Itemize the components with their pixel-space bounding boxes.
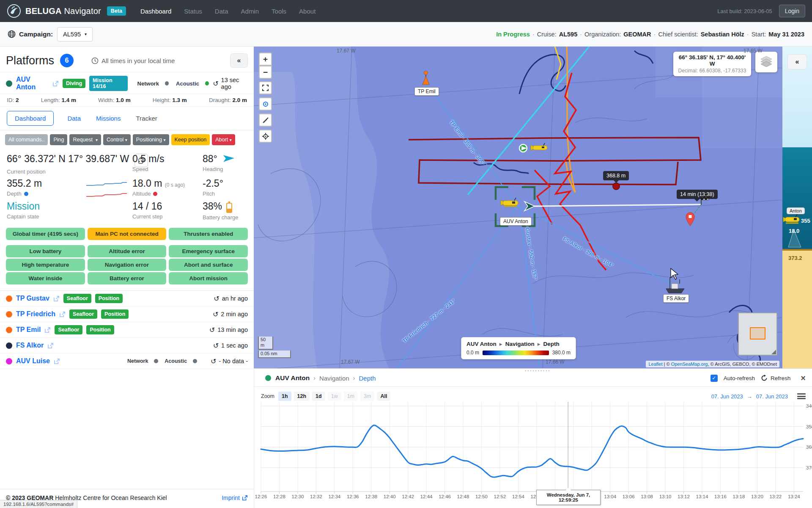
command-toolbar: All commands.. Ping Request ▾ Control ▾ …: [0, 130, 254, 149]
edit-icon[interactable]: [59, 311, 66, 318]
tab-missions[interactable]: Missions: [94, 111, 122, 125]
positioning-dropdown-button[interactable]: Positioning ▾: [133, 134, 169, 145]
follow-vehicle-button[interactable]: [259, 130, 272, 143]
history-icon: ↺: [214, 295, 219, 303]
flag-navigation-error[interactable]: Navigation error: [88, 259, 167, 271]
map-canvas[interactable]: + − 66° 36.185' N, 17° 40.400' W Decimal…: [254, 47, 782, 368]
eta-badge: 14 min (13:38): [677, 190, 718, 199]
platform-link[interactable]: TP Emil: [16, 326, 41, 334]
nav-item-about[interactable]: About: [299, 8, 315, 15]
leaflet-link[interactable]: Leaflet: [648, 362, 662, 367]
profile-collapse-button[interactable]: «: [787, 54, 807, 69]
edit-icon[interactable]: [44, 327, 51, 333]
platform-row-alkor[interactable]: FS Alkor ↺1 sec ago: [0, 338, 254, 353]
svg-text:370: 370: [806, 465, 812, 470]
locate-button[interactable]: [259, 97, 272, 110]
tab-tracker[interactable]: Tracker: [134, 111, 159, 125]
chart-breadcrumb-param[interactable]: Depth: [359, 375, 376, 382]
flag-emergency-surface[interactable]: Emergency surface: [169, 245, 248, 257]
svg-text:13:10: 13:10: [659, 494, 672, 499]
sidebar-collapse-button[interactable]: «: [230, 53, 248, 68]
minimap-viewport[interactable]: [750, 327, 765, 340]
openseamap-link[interactable]: OpenSeaMap.org: [671, 362, 708, 367]
edit-icon[interactable]: [47, 342, 54, 349]
imprint-link[interactable]: Imprint: [222, 494, 248, 501]
nav-item-status[interactable]: Status: [184, 8, 202, 15]
thrusters-status-button[interactable]: Thrusters enabled: [169, 228, 248, 240]
edit-icon[interactable]: [54, 358, 60, 364]
beta-badge: Beta: [107, 6, 126, 16]
platform-row-anton[interactable]: AUV Anton Diving Mission 14/16 Network A…: [0, 72, 254, 94]
svg-text:12:32: 12:32: [310, 494, 322, 499]
ping-button[interactable]: Ping: [50, 134, 67, 145]
platform-link[interactable]: FS Alkor: [16, 342, 44, 349]
zoom-in-button[interactable]: +: [259, 52, 272, 66]
edit-icon[interactable]: [53, 295, 60, 302]
request-dropdown-button[interactable]: Request ▾: [69, 134, 101, 145]
destination-pin-marker[interactable]: [686, 213, 694, 226]
tab-data[interactable]: Data: [66, 111, 82, 125]
tp-emil-marker[interactable]: [422, 71, 429, 85]
battery-icon: [226, 203, 232, 213]
refresh-button[interactable]: Refresh: [761, 375, 790, 381]
auv-icon-secondary[interactable]: [531, 143, 547, 150]
platform-link-anton[interactable]: AUV Anton: [16, 76, 49, 91]
close-icon[interactable]: ×: [801, 373, 806, 383]
platform-row-emil[interactable]: TP Emil Seafloor Position ↺13 min ago: [0, 322, 254, 338]
all-commands-button[interactable]: All commands..: [5, 134, 48, 145]
arrow-sep-icon: ▶: [538, 342, 540, 346]
minimap[interactable]: [738, 312, 777, 356]
platform-row-gustav[interactable]: TP Gustav Seafloor Position ↺an hr ago: [0, 291, 254, 306]
coordinates-dms: 66° 36.185' N, 17° 40.400' W: [678, 54, 747, 67]
waypoint-direction-marker[interactable]: [519, 144, 527, 152]
platform-row-friedrich[interactable]: TP Friedrich Seafloor Position ↺2 min ag…: [0, 306, 254, 322]
platform-row-luise[interactable]: AUV Luise Network Acoustic ↺- No data -: [0, 353, 254, 369]
auv-anton-icon[interactable]: [501, 198, 518, 206]
nav-item-data[interactable]: Data: [215, 8, 228, 15]
global-timer-button[interactable]: Global timer (4195 secs): [6, 228, 85, 240]
map-attribution: Leaflet | © OpenSeaMap.org, © ArcGIS, GE…: [646, 361, 779, 367]
seafloor-badge: Seafloor: [55, 325, 82, 334]
survey-depth-marker[interactable]: [613, 183, 620, 190]
platform-link[interactable]: AUV Luise: [16, 357, 50, 365]
chart-breadcrumb-platform: AUV Anton: [275, 374, 310, 382]
fs-alkor-marker[interactable]: [666, 277, 684, 293]
svg-text:13:22: 13:22: [769, 494, 782, 499]
network-label: Network: [127, 358, 148, 364]
zoom-out-button[interactable]: −: [259, 66, 272, 79]
fullscreen-button[interactable]: [259, 81, 272, 94]
nav-item-tools[interactable]: Tools: [272, 8, 286, 15]
abort-dropdown-button[interactable]: Abort ▾: [212, 134, 235, 145]
edit-icon[interactable]: [52, 80, 59, 87]
minimap-toggle-icon[interactable]: [771, 350, 776, 354]
svg-text:12:36: 12:36: [347, 494, 359, 499]
svg-text:12:42: 12:42: [402, 494, 414, 499]
flag-battery-error[interactable]: Battery error: [88, 272, 167, 284]
arrow-sep-icon: ▶: [499, 342, 502, 346]
auto-refresh-checkbox[interactable]: ✓: [710, 375, 718, 382]
layers-button[interactable]: [755, 52, 777, 72]
platform-link[interactable]: TP Gustav: [16, 295, 49, 302]
flag-high-temperature[interactable]: High temperature: [6, 259, 85, 271]
platform-link[interactable]: TP Friedrich: [16, 310, 55, 318]
flag-water-inside[interactable]: Water inside: [6, 272, 85, 284]
keep-position-button[interactable]: Keep position: [171, 134, 210, 145]
campaign-select[interactable]: AL595 ▾: [57, 27, 93, 41]
depth-timeseries-chart[interactable]: 12:2612:2812:3012:3212:3412:3612:3812:40…: [254, 398, 812, 504]
nav-item-dashboard[interactable]: Dashboard: [140, 8, 171, 15]
control-dropdown-button[interactable]: Control ▾: [103, 134, 131, 145]
last-seen: ↺- No data -: [211, 357, 248, 365]
login-button[interactable]: Login: [779, 5, 805, 17]
flag-altitude-error[interactable]: Altitude error: [88, 245, 167, 257]
tab-dashboard[interactable]: Dashboard: [7, 111, 54, 126]
flag-abort-and-surface[interactable]: Abort and surface: [169, 259, 248, 271]
svg-text:12:50: 12:50: [475, 494, 488, 499]
chart-breadcrumb-group[interactable]: Navigation: [319, 375, 349, 382]
main-nav: Dashboard Status Data Admin Tools About: [140, 8, 315, 15]
main-pc-status-button[interactable]: Main PC not connected: [88, 228, 167, 240]
measure-button[interactable]: [259, 113, 272, 127]
flag-abort-mission[interactable]: Abort mission: [169, 272, 248, 284]
browser-status-bar: 192.168.1.6/AL595?commands#: [0, 500, 77, 508]
nav-item-admin[interactable]: Admin: [241, 8, 259, 15]
flag-low-battery[interactable]: Low battery: [6, 245, 85, 257]
